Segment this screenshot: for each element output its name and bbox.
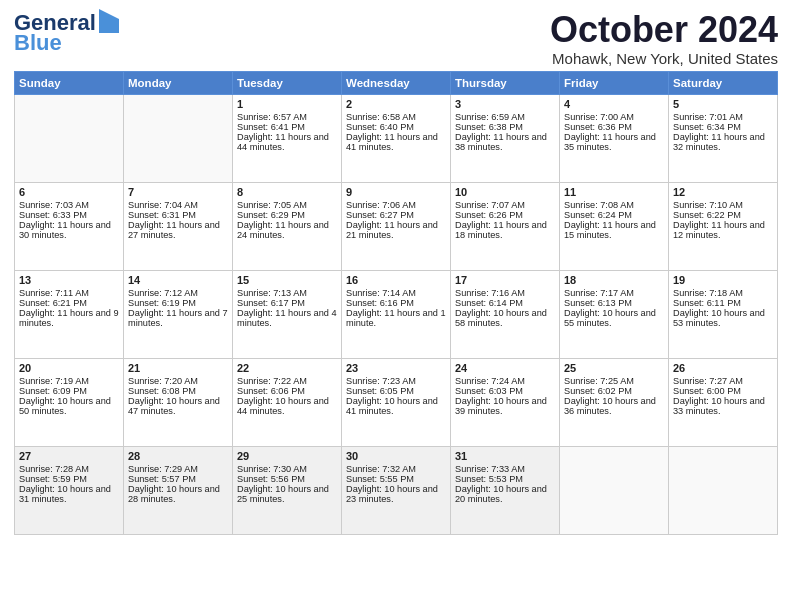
day-number: 2 [346, 98, 446, 110]
day-number: 29 [237, 450, 337, 462]
calendar-cell: 13Sunrise: 7:11 AMSunset: 6:21 PMDayligh… [15, 270, 124, 358]
sunset: Sunset: 6:29 PM [237, 210, 305, 220]
header: General Blue October 2024 Mohawk, New Yo… [14, 10, 778, 67]
calendar-cell: 31Sunrise: 7:33 AMSunset: 5:53 PMDayligh… [451, 446, 560, 534]
daylight: Daylight: 10 hours and 50 minutes. [19, 396, 111, 416]
daylight: Daylight: 10 hours and 41 minutes. [346, 396, 438, 416]
calendar-container: General Blue October 2024 Mohawk, New Yo… [0, 0, 792, 541]
sunrise: Sunrise: 7:16 AM [455, 288, 525, 298]
sunset: Sunset: 6:14 PM [455, 298, 523, 308]
sunrise: Sunrise: 7:04 AM [128, 200, 198, 210]
daylight: Daylight: 11 hours and 24 minutes. [237, 220, 329, 240]
day-number: 20 [19, 362, 119, 374]
calendar-cell: 6Sunrise: 7:03 AMSunset: 6:33 PMDaylight… [15, 182, 124, 270]
sunrise: Sunrise: 7:32 AM [346, 464, 416, 474]
calendar-cell: 14Sunrise: 7:12 AMSunset: 6:19 PMDayligh… [124, 270, 233, 358]
daylight: Daylight: 10 hours and 31 minutes. [19, 484, 111, 504]
day-number: 9 [346, 186, 446, 198]
calendar-cell: 24Sunrise: 7:24 AMSunset: 6:03 PMDayligh… [451, 358, 560, 446]
calendar-cell: 25Sunrise: 7:25 AMSunset: 6:02 PMDayligh… [560, 358, 669, 446]
sunset: Sunset: 6:36 PM [564, 122, 632, 132]
sunset: Sunset: 6:21 PM [19, 298, 87, 308]
sunrise: Sunrise: 7:08 AM [564, 200, 634, 210]
sunset: Sunset: 6:27 PM [346, 210, 414, 220]
day-number: 24 [455, 362, 555, 374]
calendar-cell: 23Sunrise: 7:23 AMSunset: 6:05 PMDayligh… [342, 358, 451, 446]
sunrise: Sunrise: 7:11 AM [19, 288, 89, 298]
day-number: 28 [128, 450, 228, 462]
daylight: Daylight: 10 hours and 39 minutes. [455, 396, 547, 416]
calendar-cell: 29Sunrise: 7:30 AMSunset: 5:56 PMDayligh… [233, 446, 342, 534]
day-number: 8 [237, 186, 337, 198]
daylight: Daylight: 11 hours and 18 minutes. [455, 220, 547, 240]
sunset: Sunset: 6:26 PM [455, 210, 523, 220]
calendar-cell: 16Sunrise: 7:14 AMSunset: 6:16 PMDayligh… [342, 270, 451, 358]
daylight: Daylight: 11 hours and 38 minutes. [455, 132, 547, 152]
day-number: 19 [673, 274, 773, 286]
sunset: Sunset: 6:41 PM [237, 122, 305, 132]
sunrise: Sunrise: 7:03 AM [19, 200, 89, 210]
day-number: 5 [673, 98, 773, 110]
sunset: Sunset: 6:24 PM [564, 210, 632, 220]
sunset: Sunset: 5:55 PM [346, 474, 414, 484]
sunset: Sunset: 5:56 PM [237, 474, 305, 484]
sunset: Sunset: 6:00 PM [673, 386, 741, 396]
sunrise: Sunrise: 7:33 AM [455, 464, 525, 474]
sunrise: Sunrise: 7:27 AM [673, 376, 743, 386]
sunrise: Sunrise: 7:01 AM [673, 112, 743, 122]
daylight: Daylight: 10 hours and 28 minutes. [128, 484, 220, 504]
sunset: Sunset: 6:03 PM [455, 386, 523, 396]
sunrise: Sunrise: 7:10 AM [673, 200, 743, 210]
calendar-cell [669, 446, 778, 534]
sunrise: Sunrise: 7:30 AM [237, 464, 307, 474]
sunset: Sunset: 5:53 PM [455, 474, 523, 484]
sunrise: Sunrise: 7:20 AM [128, 376, 198, 386]
calendar-cell [560, 446, 669, 534]
location: Mohawk, New York, United States [550, 50, 778, 67]
sunrise: Sunrise: 7:13 AM [237, 288, 307, 298]
day-number: 17 [455, 274, 555, 286]
sunrise: Sunrise: 7:23 AM [346, 376, 416, 386]
day-number: 14 [128, 274, 228, 286]
daylight: Daylight: 10 hours and 25 minutes. [237, 484, 329, 504]
calendar-cell: 18Sunrise: 7:17 AMSunset: 6:13 PMDayligh… [560, 270, 669, 358]
day-number: 3 [455, 98, 555, 110]
daylight: Daylight: 11 hours and 1 minute. [346, 308, 446, 328]
daylight: Daylight: 10 hours and 47 minutes. [128, 396, 220, 416]
daylight: Daylight: 11 hours and 44 minutes. [237, 132, 329, 152]
week-row-2: 6Sunrise: 7:03 AMSunset: 6:33 PMDaylight… [15, 182, 778, 270]
day-header-monday: Monday [124, 71, 233, 94]
sunrise: Sunrise: 7:28 AM [19, 464, 89, 474]
daylight: Daylight: 11 hours and 9 minutes. [19, 308, 119, 328]
daylight: Daylight: 10 hours and 20 minutes. [455, 484, 547, 504]
month-title: October 2024 [550, 10, 778, 50]
calendar-cell: 7Sunrise: 7:04 AMSunset: 6:31 PMDaylight… [124, 182, 233, 270]
week-row-5: 27Sunrise: 7:28 AMSunset: 5:59 PMDayligh… [15, 446, 778, 534]
sunset: Sunset: 6:13 PM [564, 298, 632, 308]
sunrise: Sunrise: 7:07 AM [455, 200, 525, 210]
daylight: Daylight: 11 hours and 12 minutes. [673, 220, 765, 240]
calendar-cell: 4Sunrise: 7:00 AMSunset: 6:36 PMDaylight… [560, 94, 669, 182]
day-header-friday: Friday [560, 71, 669, 94]
daylight: Daylight: 11 hours and 7 minutes. [128, 308, 228, 328]
sunrise: Sunrise: 7:14 AM [346, 288, 416, 298]
daylight: Daylight: 11 hours and 27 minutes. [128, 220, 220, 240]
daylight: Daylight: 10 hours and 33 minutes. [673, 396, 765, 416]
sunset: Sunset: 6:02 PM [564, 386, 632, 396]
calendar-cell: 21Sunrise: 7:20 AMSunset: 6:08 PMDayligh… [124, 358, 233, 446]
calendar-cell: 3Sunrise: 6:59 AMSunset: 6:38 PMDaylight… [451, 94, 560, 182]
day-number: 27 [19, 450, 119, 462]
day-number: 1 [237, 98, 337, 110]
sunrise: Sunrise: 7:06 AM [346, 200, 416, 210]
sunset: Sunset: 6:16 PM [346, 298, 414, 308]
sunrise: Sunrise: 7:29 AM [128, 464, 198, 474]
daylight: Daylight: 10 hours and 23 minutes. [346, 484, 438, 504]
sunrise: Sunrise: 7:00 AM [564, 112, 634, 122]
daylight: Daylight: 11 hours and 32 minutes. [673, 132, 765, 152]
calendar-cell: 12Sunrise: 7:10 AMSunset: 6:22 PMDayligh… [669, 182, 778, 270]
day-number: 23 [346, 362, 446, 374]
sunrise: Sunrise: 6:59 AM [455, 112, 525, 122]
sunrise: Sunrise: 7:25 AM [564, 376, 634, 386]
calendar-cell: 28Sunrise: 7:29 AMSunset: 5:57 PMDayligh… [124, 446, 233, 534]
sunrise: Sunrise: 6:58 AM [346, 112, 416, 122]
